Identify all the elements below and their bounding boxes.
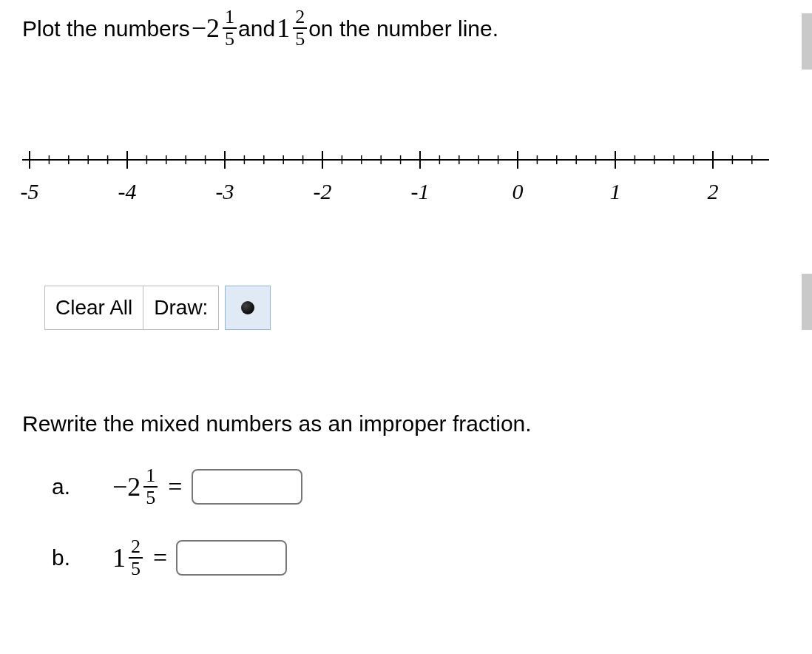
number-line-tick-label: 2: [708, 179, 719, 204]
rewrite-a-input[interactable]: [192, 469, 302, 505]
rewrite-row-a: a. − 2 1 5 =: [52, 466, 790, 508]
equals-sign: =: [168, 473, 182, 501]
question-suffix: on the number line.: [308, 12, 498, 45]
rewrite-a-letter: a.: [52, 474, 111, 499]
scrollbar-track[interactable]: [799, 0, 812, 654]
equals-sign: =: [153, 544, 167, 572]
rewrite-b-input[interactable]: [176, 540, 287, 576]
mixed1-whole: 2: [206, 15, 220, 41]
rewrite-row-b: b. 1 2 5 =: [52, 537, 790, 579]
draw-label: Draw:: [143, 286, 219, 330]
mixed1-denominator: 5: [223, 29, 237, 49]
question-mid: and: [238, 12, 275, 45]
mixed2-whole: 1: [277, 15, 290, 41]
rewrite-prompt: Rewrite the mixed numbers as an improper…: [22, 411, 790, 436]
number-line-tick-label: -2: [314, 179, 332, 204]
rewrite-b-expression: 1 2 5: [111, 537, 144, 579]
draw-point-tool[interactable]: [225, 286, 271, 330]
number-line-tick-label: 0: [512, 179, 524, 204]
rewrite-b-letter: b.: [52, 545, 111, 570]
question-text: Plot the numbers − 2 1 5 and 1 2 5 on th…: [22, 7, 790, 49]
scrollbar-thumb[interactable]: [802, 13, 812, 70]
mixed2-fraction: 2 5: [293, 7, 307, 49]
mixed2-denominator: 5: [293, 29, 307, 49]
number-line-svg[interactable]: [22, 145, 769, 175]
question-prefix: Plot the numbers: [22, 12, 190, 45]
point-icon: [241, 301, 254, 314]
number-line-tick-label: -4: [118, 179, 137, 204]
number-line-tick-label: -3: [216, 179, 234, 204]
mixed2-numerator: 2: [293, 7, 307, 29]
mixed1-sign: −: [192, 15, 206, 41]
number-line[interactable]: -5-4-3-2-1012: [22, 145, 769, 204]
mixed1-numerator: 1: [223, 7, 237, 29]
question-mixed-1: − 2 1 5: [192, 7, 237, 49]
number-line-labels: -5-4-3-2-1012: [22, 175, 769, 204]
clear-all-button[interactable]: Clear All: [44, 286, 143, 330]
number-line-tick-label: -1: [411, 179, 430, 204]
scrollbar-thumb[interactable]: [802, 274, 812, 330]
question-mixed-2: 1 2 5: [277, 7, 307, 49]
draw-toolbar: Clear All Draw:: [44, 286, 790, 330]
rewrite-section: Rewrite the mixed numbers as an improper…: [22, 411, 790, 579]
rewrite-a-expression: − 2 1 5: [111, 466, 159, 508]
number-line-tick-label: -5: [21, 179, 39, 204]
number-line-tick-label: 1: [610, 179, 621, 204]
mixed1-fraction: 1 5: [223, 7, 237, 49]
